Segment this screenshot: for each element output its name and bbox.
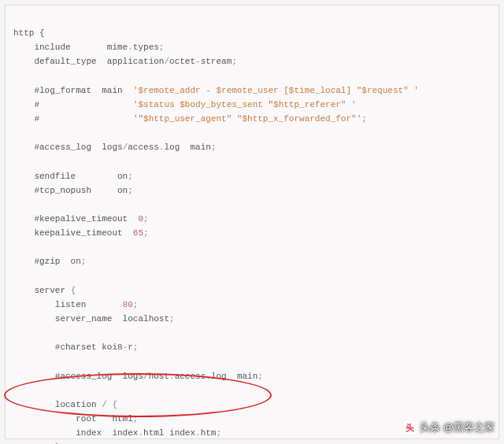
code-line: http { — [13, 28, 45, 38]
code-line: default_type application/octet-stream; — [13, 57, 237, 66]
code-line: location / { — [13, 400, 117, 409]
code-line: listen 80; — [13, 300, 138, 309]
code-line: keepalive_timeout 65; — [13, 228, 149, 238]
code-line: sendfile on; — [13, 172, 133, 181]
code-line: server { — [13, 286, 76, 295]
watermark-user: @黑客之家 — [443, 420, 495, 435]
code-line: #access_log logs/access.log main; — [13, 142, 216, 152]
watermark-prefix: 头条 — [420, 420, 440, 435]
code-line: # '"$http_user_agent" "$http_x_forwarded… — [13, 114, 367, 124]
code-line: server_name localhost; — [13, 314, 175, 324]
code-line: root html; — [13, 414, 138, 424]
toutiao-icon: 头 — [404, 421, 417, 434]
code-line: #access_log logs/host.access.log main; — [13, 372, 263, 381]
code-line: # '$status $body_bytes_sent "$http_refer… — [13, 100, 357, 109]
code-line: #charset koi8-r; — [13, 342, 138, 352]
code-line: #log_format main '$remote_addr - $remote… — [13, 86, 419, 95]
nginx-config-code: http { include mime.types; default_type … — [5, 5, 499, 439]
code-line: #tcp_nopush on; — [13, 186, 133, 195]
watermark: 头 头条 @黑客之家 — [404, 420, 495, 435]
code-line: #gzip on; — [13, 257, 86, 266]
code-line: #keepalive_timeout 0; — [13, 214, 149, 224]
code-line: index index.html index.htm; — [13, 428, 221, 438]
code-line: include mime.types; — [13, 43, 164, 52]
